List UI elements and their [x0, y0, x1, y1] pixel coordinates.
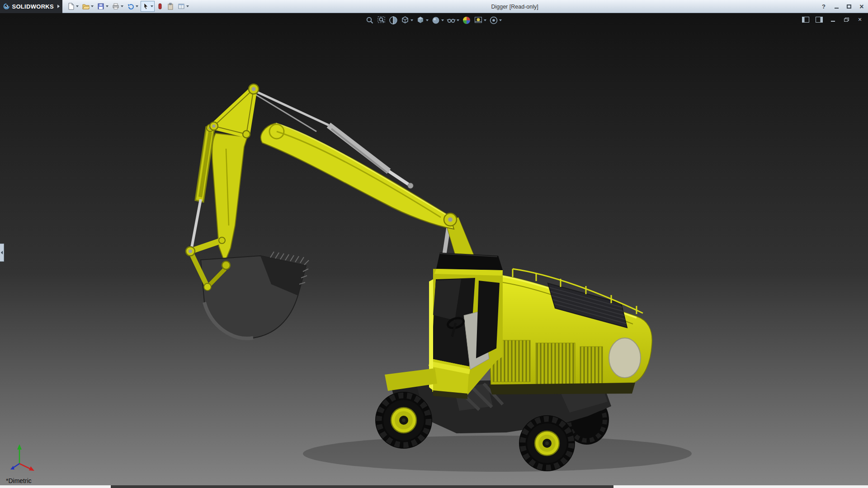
dropdown-arrow[interactable] — [441, 19, 444, 21]
maximize-button[interactable] — [844, 2, 854, 11]
doc-minimize-button[interactable] — [828, 15, 837, 24]
dropdown-arrow[interactable] — [186, 5, 189, 7]
graphics-area[interactable]: × *Dimetric — [0, 13, 868, 485]
ds-logo-icon — [3, 3, 10, 10]
view-settings-icon — [489, 16, 498, 25]
bell-crank[interactable] — [210, 84, 259, 138]
display-style-button[interactable] — [430, 15, 445, 26]
dropdown-arrow[interactable] — [151, 5, 153, 7]
boom-arm[interactable] — [261, 123, 457, 229]
new-document-icon — [67, 3, 75, 10]
main-toolbar — [66, 1, 190, 12]
zoom-to-fit-icon — [365, 16, 374, 25]
display-style-icon — [431, 16, 440, 25]
view-orientation-label: *Dimetric — [6, 477, 32, 484]
clipboard-icon — [167, 3, 174, 10]
undo-icon — [127, 3, 134, 10]
hide-show-items-button[interactable] — [446, 15, 460, 26]
status-bar-segment — [111, 485, 613, 488]
display-pane-toggle-button[interactable] — [815, 15, 824, 24]
document-window-controls: × — [801, 15, 864, 24]
dropdown-arrow[interactable] — [136, 5, 138, 7]
feature-pane-icon — [802, 17, 809, 23]
solidworks-window: SOLIDWORKS — [0, 0, 868, 488]
chevron-left-icon — [1, 251, 3, 254]
dropdown-arrow[interactable] — [457, 19, 459, 21]
edit-color-icon — [157, 3, 163, 10]
section-view-icon — [389, 16, 398, 25]
dropdown-arrow[interactable] — [106, 5, 108, 7]
undo-button[interactable] — [126, 1, 140, 12]
dropdown-arrow[interactable] — [121, 5, 123, 7]
window-controls: ? × — [819, 0, 866, 13]
view-settings-button[interactable] — [488, 15, 503, 26]
edit-appearance-icon — [462, 16, 471, 25]
hide-show-items-icon — [447, 16, 456, 25]
help-button[interactable]: ? — [819, 2, 828, 11]
restore-icon — [844, 18, 849, 22]
edit-color-button[interactable] — [156, 1, 165, 12]
heads-up-view-toolbar — [364, 15, 503, 26]
app-menu-logo[interactable]: SOLIDWORKS — [0, 0, 62, 13]
doc-restore-button[interactable] — [842, 15, 851, 24]
maximize-icon — [847, 5, 851, 9]
zoom-to-area-button[interactable] — [376, 15, 387, 26]
dropdown-arrow[interactable] — [499, 19, 502, 21]
ground-shadow — [303, 436, 692, 472]
bucket[interactable] — [201, 252, 309, 338]
new-document-button[interactable] — [66, 1, 80, 12]
apply-scene-icon — [474, 16, 483, 25]
feature-pane-toggle-button[interactable] — [801, 15, 810, 24]
status-bar — [0, 485, 868, 488]
dropdown-arrow[interactable] — [426, 19, 429, 21]
save-icon — [97, 3, 104, 10]
dropdown-arrow[interactable] — [76, 5, 79, 7]
select-tool-button[interactable] — [141, 1, 155, 12]
dropdown-arrow[interactable] — [484, 19, 486, 21]
rear-wheel[interactable] — [519, 415, 575, 471]
edit-appearance-button[interactable] — [461, 15, 472, 26]
select-cursor-icon — [142, 3, 149, 10]
doc-close-button[interactable]: × — [855, 15, 864, 24]
view-orientation-icon — [416, 16, 425, 25]
close-button[interactable]: × — [857, 2, 866, 11]
zoom-to-area-icon — [377, 16, 386, 25]
menu-expand-arrow-icon — [57, 5, 60, 8]
open-folder-icon — [82, 3, 90, 10]
open-button[interactable] — [81, 1, 95, 12]
apply-scene-button[interactable] — [473, 15, 487, 26]
dropdown-arrow[interactable] — [91, 5, 94, 7]
display-pane-icon — [816, 17, 823, 23]
side-vent — [536, 343, 575, 386]
end-panel — [609, 338, 641, 378]
dropdown-arrow[interactable] — [410, 19, 413, 21]
section-view-button[interactable] — [388, 15, 399, 26]
save-button[interactable] — [96, 1, 110, 12]
print-button[interactable] — [111, 1, 125, 12]
front-wheel[interactable] — [375, 392, 432, 449]
minimize-button[interactable] — [832, 2, 841, 11]
view-selector-icon — [401, 16, 410, 25]
engine-housing[interactable] — [489, 269, 652, 394]
document-title: Digger [Read-only] — [491, 0, 538, 13]
print-icon — [112, 3, 119, 10]
title-bar: SOLIDWORKS — [0, 0, 868, 13]
view-selector-button[interactable] — [400, 15, 414, 26]
featuremanager-flyout-tab[interactable] — [0, 244, 4, 262]
zoom-to-fit-button[interactable] — [364, 15, 375, 26]
side-vent — [580, 347, 603, 387]
excavator-model[interactable] — [0, 13, 868, 485]
minimize-icon — [831, 21, 835, 22]
design-table-button[interactable] — [176, 1, 190, 12]
clipboard-button[interactable] — [165, 1, 175, 12]
minimize-icon — [835, 8, 839, 9]
view-orientation-button[interactable] — [415, 15, 429, 26]
app-name: SOLIDWORKS — [12, 3, 54, 10]
design-table-icon — [178, 3, 185, 10]
orientation-triad[interactable] — [10, 444, 34, 471]
